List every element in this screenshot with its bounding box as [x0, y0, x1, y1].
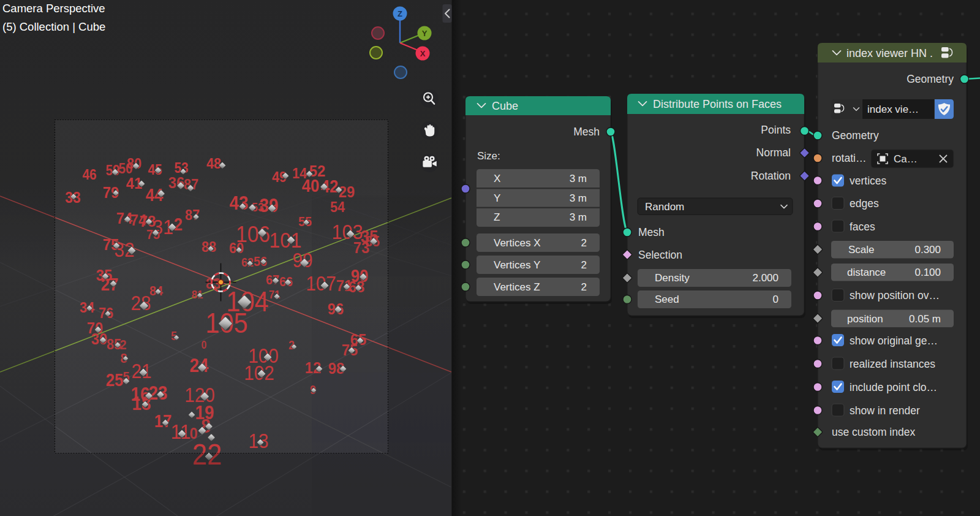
svg-text:71: 71	[269, 288, 281, 301]
svg-text:Distribute Points on Faces: Distribute Points on Faces	[653, 98, 782, 110]
svg-text:2: 2	[581, 259, 587, 271]
svg-text:Mesh: Mesh	[638, 226, 665, 238]
svg-text:Normal: Normal	[756, 146, 791, 159]
svg-text:vertices: vertices	[850, 175, 887, 187]
svg-text:Vertices Z: Vertices Z	[494, 281, 540, 293]
svg-text:(5) Collection | Cube: (5) Collection | Cube	[2, 20, 105, 33]
svg-text:2.000: 2.000	[752, 272, 778, 284]
svg-text:Geometry: Geometry	[832, 129, 879, 142]
svg-text:0.05 m: 0.05 m	[909, 313, 941, 325]
svg-text:0: 0	[202, 339, 207, 351]
svg-text:Z: Z	[494, 211, 500, 223]
svg-text:Camera Perspective: Camera Perspective	[2, 2, 105, 15]
svg-text:Density: Density	[655, 272, 690, 284]
svg-text:3 m: 3 m	[570, 211, 587, 223]
svg-text:3 m: 3 m	[570, 192, 587, 204]
svg-text:include point clo…: include point clo…	[850, 381, 937, 393]
svg-text:2: 2	[581, 281, 587, 293]
svg-text:Size:: Size:	[477, 150, 500, 162]
svg-text:36: 36	[168, 173, 184, 192]
svg-text:0.100: 0.100	[914, 267, 941, 278]
svg-text:17: 17	[154, 411, 172, 431]
svg-text:80: 80	[127, 155, 141, 172]
svg-text:Scale: Scale	[848, 244, 875, 256]
svg-text:index vie…: index vie…	[867, 104, 919, 115]
svg-text:46: 46	[82, 167, 96, 183]
svg-text:faces: faces	[850, 221, 875, 233]
svg-text:Cube: Cube	[492, 100, 518, 112]
svg-text:Selection: Selection	[638, 249, 682, 261]
svg-text:Rotation: Rotation	[751, 170, 791, 182]
svg-text:54: 54	[330, 199, 345, 215]
svg-text:2: 2	[581, 237, 587, 249]
svg-text:48: 48	[206, 155, 221, 172]
svg-text:show original ge…: show original ge…	[850, 335, 938, 347]
svg-text:2: 2	[174, 214, 183, 234]
svg-text:rotati…: rotati…	[832, 152, 866, 164]
svg-text:Y: Y	[494, 192, 500, 204]
svg-text:Y: Y	[422, 29, 428, 38]
svg-text:101: 101	[270, 228, 302, 252]
svg-text:show position ov…: show position ov…	[850, 289, 940, 302]
svg-text:59: 59	[105, 162, 119, 178]
svg-text:show in render: show in render	[850, 404, 920, 417]
svg-text:index viewer HN .: index viewer HN .	[846, 47, 933, 59]
svg-text:X: X	[420, 49, 426, 58]
svg-text:Vertices X: Vertices X	[494, 237, 541, 249]
svg-text:Seed: Seed	[655, 294, 679, 305]
svg-text:distance: distance	[847, 267, 886, 278]
svg-text:Z: Z	[398, 9, 402, 18]
svg-text:Vertices Y: Vertices Y	[494, 259, 540, 271]
svg-text:Ca…: Ca…	[894, 153, 918, 165]
svg-text:Mesh: Mesh	[573, 126, 600, 138]
svg-text:60: 60	[229, 240, 244, 256]
svg-text:25: 25	[106, 370, 124, 390]
svg-text:Points: Points	[761, 124, 791, 136]
svg-text:Geometry: Geometry	[907, 73, 954, 85]
svg-text:X: X	[494, 173, 500, 184]
svg-text:107: 107	[306, 272, 336, 295]
svg-text:88: 88	[202, 238, 216, 255]
svg-text:0.300: 0.300	[914, 244, 941, 256]
svg-text:realized instances: realized instances	[850, 358, 935, 370]
svg-text:24: 24	[190, 355, 209, 376]
svg-text:position: position	[847, 313, 883, 325]
svg-text:39: 39	[260, 195, 279, 216]
svg-text:73: 73	[353, 238, 369, 257]
svg-text:40: 40	[302, 176, 320, 195]
svg-text:3 m: 3 m	[570, 173, 587, 184]
svg-text:43: 43	[230, 192, 249, 214]
svg-text:use custom index: use custom index	[832, 426, 915, 438]
svg-text:edges: edges	[850, 197, 879, 210]
svg-text:Random: Random	[645, 201, 684, 213]
svg-text:87: 87	[185, 207, 200, 223]
svg-text:0: 0	[773, 294, 778, 305]
svg-text:28: 28	[131, 292, 151, 314]
